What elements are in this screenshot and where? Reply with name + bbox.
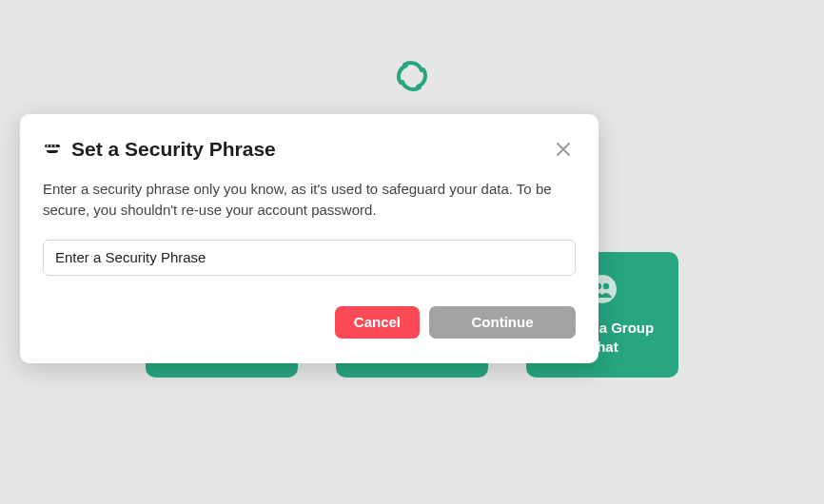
dialog-close-button[interactable]	[551, 137, 576, 162]
element-logo-icon	[393, 57, 431, 95]
svg-point-7	[54, 145, 56, 147]
continue-button[interactable]: Continue	[429, 306, 576, 339]
dialog-actions: Cancel Continue	[43, 306, 576, 339]
cancel-button[interactable]: Cancel	[335, 306, 420, 339]
close-icon	[555, 141, 572, 158]
security-phrase-input[interactable]	[43, 240, 576, 276]
secure-key-icon	[43, 140, 62, 159]
svg-point-3	[603, 283, 609, 289]
dialog-description: Enter a security phrase only you know, a…	[43, 179, 576, 221]
svg-point-5	[47, 145, 49, 147]
svg-point-6	[50, 145, 52, 147]
dialog-title: Set a Security Phrase	[71, 138, 541, 161]
security-phrase-dialog: Set a Security Phrase Enter a security p…	[20, 114, 598, 363]
dialog-header: Set a Security Phrase	[43, 137, 576, 162]
